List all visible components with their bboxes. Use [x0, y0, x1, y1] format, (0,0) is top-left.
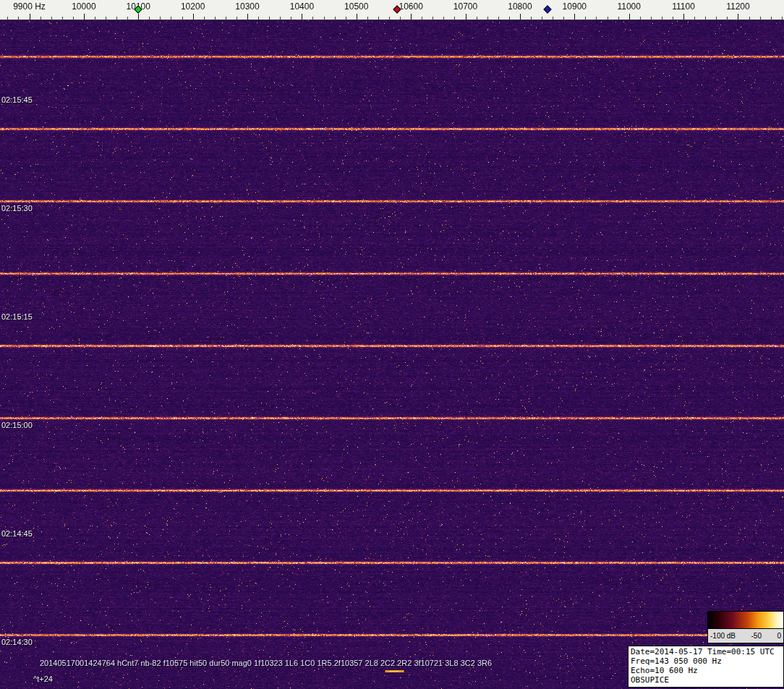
ruler-tick — [226, 17, 226, 20]
ruler-tick — [629, 14, 630, 20]
freq-tick-label: 10600 — [399, 1, 422, 12]
db-colorbar: -100 dB -50 0 — [707, 611, 784, 643]
colorbar-gradient — [708, 612, 783, 629]
ruler-tick — [782, 17, 783, 20]
ruler-tick — [160, 17, 161, 20]
ruler-tick — [433, 17, 433, 20]
ruler-tick — [237, 17, 237, 20]
blue-diamond-marker-icon[interactable] — [543, 5, 551, 13]
ruler-tick — [95, 17, 95, 20]
colorbar-labels: -100 dB -50 0 — [708, 629, 783, 642]
ruler-tick — [760, 17, 761, 20]
ruler-tick — [84, 14, 85, 20]
ruler-tick — [411, 14, 412, 20]
ruler-tick — [454, 17, 455, 20]
colorbar-label-mid: -50 — [751, 632, 762, 640]
ruler-tick — [487, 17, 488, 20]
ruler-tick — [378, 17, 379, 20]
info-line-echo: Echo=10 600 Hz — [631, 666, 781, 675]
spectrogram-window: 9900 Hz100001010010200103001040010500106… — [0, 0, 784, 689]
ruler-tick — [574, 14, 575, 20]
ruler-tick — [7, 17, 8, 20]
ruler-tick — [215, 17, 216, 20]
ruler-tick — [389, 17, 390, 20]
freq-tick-label: 10400 — [290, 1, 314, 12]
ruler-tick — [324, 17, 325, 20]
ruler-tick — [41, 17, 41, 20]
ruler-tick — [357, 14, 357, 20]
ruler-tick — [149, 17, 150, 20]
ruler-tick — [553, 17, 553, 20]
ruler-tick — [749, 17, 750, 20]
ruler-tick — [247, 14, 248, 20]
colorbar-label-max: 0 — [777, 632, 781, 640]
freq-tick-label: 10000 — [72, 1, 95, 12]
ruler-tick — [542, 17, 542, 20]
ruler-tick — [727, 17, 728, 20]
freq-tick-label: 10900 — [563, 1, 587, 12]
ruler-tick — [193, 14, 194, 20]
ruler-tick — [531, 17, 532, 20]
ruler-tick — [673, 17, 673, 20]
ruler-tick — [291, 17, 291, 20]
ruler-tick — [738, 14, 738, 20]
freq-tick-label: 9900 Hz — [13, 1, 46, 12]
ruler-tick — [171, 17, 171, 20]
waterfall-canvas[interactable] — [0, 20, 784, 689]
freq-tick-label: 11200 — [726, 1, 749, 12]
ruler-tick — [116, 17, 117, 20]
ruler-tick — [608, 17, 608, 20]
info-line-station: OBSUPICE — [631, 675, 781, 685]
ruler-tick — [716, 17, 717, 20]
ruler-tick — [106, 17, 106, 20]
ruler-tick — [18, 17, 19, 20]
ruler-tick — [400, 17, 401, 20]
ruler-tick — [596, 17, 597, 20]
ruler-tick — [694, 17, 695, 20]
info-line-freq: Freq=143 050 000 Hz — [631, 656, 781, 666]
ruler-tick — [204, 17, 205, 20]
ruler-tick — [302, 14, 302, 20]
freq-tick-label: 10800 — [508, 1, 532, 12]
info-box: Date=2014-05-17 Time=00:15 UTC Freq=143 … — [628, 646, 784, 688]
ruler-tick — [51, 17, 52, 20]
ruler-tick — [477, 17, 477, 20]
ruler-tick — [312, 17, 313, 20]
freq-tick-label: 10300 — [235, 1, 259, 12]
ruler-tick — [683, 14, 684, 20]
ruler-tick — [127, 17, 128, 20]
ruler-tick — [509, 17, 510, 20]
ruler-tick — [520, 14, 521, 20]
ruler-tick — [73, 17, 74, 20]
ruler-tick — [182, 17, 183, 20]
ruler-tick — [563, 17, 564, 20]
frequency-ruler: 9900 Hz100001010010200103001040010500106… — [0, 0, 784, 20]
ruler-tick — [618, 17, 619, 20]
ruler-tick — [422, 17, 422, 20]
ruler-tick — [705, 17, 706, 20]
freq-tick-label: 10200 — [181, 1, 205, 12]
colorbar-label-min: -100 dB — [710, 632, 736, 640]
ruler-tick — [771, 17, 772, 20]
ruler-tick — [269, 17, 270, 20]
ruler-tick — [258, 17, 259, 20]
ruler-tick — [280, 17, 281, 20]
ruler-tick — [367, 17, 368, 20]
ruler-tick — [585, 17, 586, 20]
ruler-tick — [466, 14, 466, 20]
ruler-tick — [662, 17, 662, 20]
ruler-tick — [62, 17, 63, 20]
ruler-tick — [335, 17, 336, 20]
ruler-tick — [651, 17, 652, 20]
info-line-date: Date=2014-05-17 Time=00:15 UTC — [631, 647, 781, 656]
ruler-tick — [346, 17, 346, 20]
freq-tick-label: 10500 — [344, 1, 368, 12]
freq-tick-label: 11000 — [617, 1, 640, 12]
ruler-tick — [30, 14, 30, 20]
ruler-tick — [138, 14, 139, 20]
freq-tick-label: 10700 — [453, 1, 477, 12]
ruler-tick — [443, 17, 444, 20]
ruler-tick — [498, 17, 499, 20]
freq-tick-label: 11100 — [672, 1, 695, 12]
ruler-tick — [640, 17, 641, 20]
